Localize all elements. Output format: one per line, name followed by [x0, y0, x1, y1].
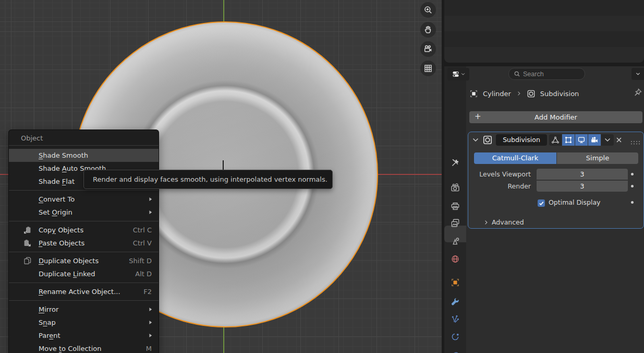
add-modifier-button[interactable]: + Add Modifier	[469, 111, 642, 123]
world-globe-icon	[451, 254, 460, 264]
viewport-camera-button[interactable]	[420, 41, 436, 57]
outliner-panel[interactable]	[444, 0, 644, 63]
pan-hand-icon	[423, 25, 433, 34]
submenu-arrow-icon	[148, 209, 153, 215]
menu-item-move-to-collection[interactable]: Move to Collection M	[9, 342, 159, 353]
tab-scene[interactable]	[451, 237, 460, 246]
constraints-icon	[451, 350, 460, 353]
breadcrumb-modifier[interactable]: Subdivision	[540, 90, 579, 98]
menu-item-parent[interactable]: Parent	[9, 329, 159, 342]
search-icon	[514, 70, 520, 77]
simple-button[interactable]: Simple	[557, 152, 638, 164]
menu-item-copy-objects[interactable]: Copy Objects Ctrl C	[9, 223, 159, 237]
animate-dot[interactable]	[631, 173, 634, 175]
chevron-down-icon	[471, 136, 480, 144]
tab-render[interactable]	[451, 183, 460, 193]
render-levels-field[interactable]: 3	[537, 181, 628, 192]
paste-icon	[23, 239, 32, 248]
breadcrumb: Cylinder Subdivision	[469, 88, 579, 99]
animate-dot[interactable]	[631, 201, 634, 204]
search-input[interactable]	[523, 70, 575, 78]
blender-window: Cylinder Subdivision + Add Modifier	[0, 0, 644, 353]
menu-item-paste-objects[interactable]: Paste Objects Ctrl V	[9, 237, 159, 250]
close-icon	[615, 136, 623, 144]
shortcut-label: Alt D	[135, 267, 152, 280]
menu-separator	[9, 300, 159, 301]
object-icon	[451, 278, 460, 287]
editor-type-selector[interactable]	[447, 68, 469, 80]
pin-icon[interactable]	[633, 88, 642, 98]
menu-separator	[9, 145, 159, 146]
show-in-viewport-toggle[interactable]	[575, 134, 588, 146]
menu-item-rename-active-object[interactable]: Rename Active Object... F2	[9, 285, 159, 298]
menu-separator	[9, 283, 159, 283]
delete-modifier-button[interactable]	[615, 136, 623, 144]
tab-constraints[interactable]	[451, 350, 460, 353]
tab-physics[interactable]	[451, 332, 460, 342]
object-context-menu: Object Shade Smooth Shade Auto Smooth Sh…	[8, 130, 159, 353]
menu-item-duplicate-objects[interactable]: Duplicate Objects Shift D	[9, 254, 159, 267]
menu-item-convert-to[interactable]: Convert To	[9, 193, 159, 206]
chevron-right-icon	[516, 90, 522, 97]
modifier-extras-dropdown[interactable]	[601, 134, 614, 146]
duplicate-icon	[23, 256, 32, 265]
chevron-right-icon	[483, 219, 489, 226]
tab-modifiers[interactable]	[451, 297, 460, 306]
menu-item-duplicate-linked[interactable]: Duplicate Linked Alt D	[9, 267, 159, 280]
output-printer-icon	[451, 202, 460, 211]
render-levels-label: Render	[468, 182, 531, 190]
menu-separator	[9, 252, 159, 252]
properties-options-dropdown[interactable]	[631, 68, 644, 80]
tab-object[interactable]	[451, 278, 460, 287]
tool-icon	[451, 158, 460, 168]
advanced-section-toggle[interactable]: Advanced	[483, 218, 524, 226]
optimal-display-label: Optimal Display	[549, 198, 601, 206]
properties-editor: Cylinder Subdivision + Add Modifier	[444, 66, 644, 353]
show-in-render-toggle[interactable]	[588, 134, 601, 146]
properties-search[interactable]	[508, 68, 585, 80]
modifier-name-field[interactable]: Subdivision	[496, 134, 547, 146]
shade-smooth-tooltip: Render and display faces smooth, using i…	[83, 170, 333, 189]
grid-ortho-icon	[423, 64, 433, 73]
viewport-zoom-button[interactable]	[420, 2, 436, 18]
optimal-display-checkbox[interactable]	[538, 199, 545, 207]
submenu-arrow-icon	[148, 307, 153, 312]
animate-dot[interactable]	[631, 185, 634, 187]
submenu-arrow-icon	[148, 333, 153, 338]
subdivision-modifier-panel: Subdivision	[468, 132, 644, 229]
drag-handle-icon[interactable]	[630, 137, 641, 143]
levels-viewport-field[interactable]: 3	[537, 169, 628, 180]
tab-output[interactable]	[451, 202, 460, 211]
tab-world[interactable]	[451, 254, 460, 264]
tab-particles[interactable]	[451, 314, 460, 324]
chevron-down-icon	[460, 72, 466, 77]
menu-item-shade-smooth[interactable]: Shade Smooth	[9, 149, 159, 162]
physics-icon	[451, 332, 460, 342]
catmull-clark-button[interactable]: Catmull-Clark	[474, 152, 556, 164]
menu-item-snap[interactable]: Snap	[9, 316, 159, 329]
particles-icon	[451, 314, 460, 324]
shortcut-label: M	[146, 342, 152, 353]
modifier-wrench-icon	[451, 297, 460, 306]
subdivision-algorithm-segmented: Catmull-Clark Simple	[474, 152, 638, 164]
on-cage-toggle[interactable]	[549, 134, 562, 146]
on-cage-icon	[551, 136, 560, 144]
menu-item-set-origin[interactable]: Set Origin	[9, 206, 159, 219]
viewport-ortho-grid-button[interactable]	[420, 61, 436, 76]
viewport-pan-button[interactable]	[420, 22, 436, 38]
add-modifier-label: Add Modifier	[534, 113, 577, 121]
menu-title: Object	[9, 130, 159, 145]
menu-separator	[9, 190, 159, 191]
collapse-modifier-button[interactable]	[471, 136, 480, 144]
breadcrumb-object[interactable]: Cylinder	[483, 90, 511, 98]
tab-view-layer[interactable]	[451, 218, 460, 228]
menu-item-mirror[interactable]: Mirror	[9, 303, 159, 316]
shortcut-label: Ctrl V	[133, 237, 152, 250]
tab-tool[interactable]	[451, 158, 460, 168]
monitor-icon	[577, 136, 586, 144]
render-toggle-camera-icon	[590, 136, 599, 144]
edit-mode-toggle[interactable]	[562, 134, 575, 146]
menu-separator	[9, 221, 159, 221]
scene-icon	[451, 237, 460, 246]
zoom-icon	[423, 5, 433, 15]
